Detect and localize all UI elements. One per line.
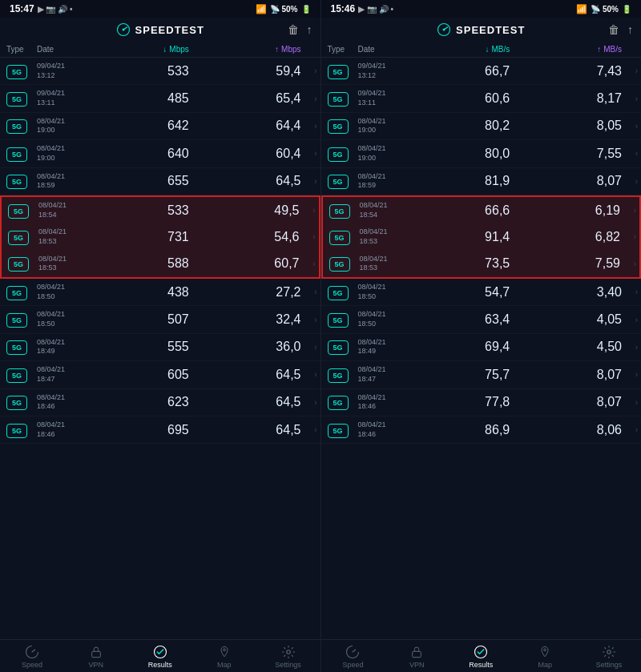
table-row[interactable]: 5G 08/04/2118:59 655 64,5 › — [0, 168, 320, 195]
cell-date: 08/04/2118:46 — [358, 393, 406, 412]
nav-label: Map — [538, 661, 552, 669]
cell-dl: 555 — [85, 340, 197, 354]
cell-dl: 507 — [85, 312, 197, 327]
table-row[interactable]: 5G 08/04/2118:59 81,9 8,07 › — [321, 168, 642, 195]
table-row[interactable]: 5G 08/04/2119:00 640 60,4 › — [0, 140, 320, 167]
cell-ul: 64,5 — [197, 368, 314, 382]
row-chevron-icon: › — [314, 343, 316, 352]
cell-type: 5G — [329, 229, 360, 245]
cell-ul: 54,6 — [197, 230, 312, 244]
table-row[interactable]: 5G 08/04/2118:46 86,9 8,06 › — [321, 416, 642, 444]
table-row[interactable]: 5G 08/04/2118:50 63,4 4,05 › — [321, 306, 642, 333]
cell-type: 5G — [6, 312, 37, 328]
5g-badge: 5G — [328, 340, 349, 355]
5g-badge: 5G — [8, 231, 29, 245]
table-row[interactable]: 5G 08/04/2119:00 80,2 8,05 › — [321, 113, 642, 140]
nav-item-vpn[interactable]: VPN — [385, 640, 449, 672]
header-actions: 🗑 ↑ — [608, 23, 633, 36]
row-chevron-icon: › — [314, 398, 316, 407]
5g-badge: 5G — [6, 424, 27, 438]
cell-dl: 77,8 — [406, 395, 518, 409]
table-row[interactable]: 5G 08/04/2118:46 695 64,5 › — [0, 416, 320, 444]
nav-item-speed[interactable]: Speed — [321, 640, 385, 672]
table-row[interactable]: 5G 08/04/2118:46 623 64,5 › — [0, 389, 320, 416]
row-chevron-icon: › — [314, 149, 316, 158]
cell-ul: 7,55 — [518, 147, 635, 161]
results-list: 5G 09/04/2113:12 533 59,4 › 5G 09/04/211… — [0, 58, 320, 639]
nav-item-map[interactable]: Map — [513, 640, 577, 672]
nav-item-vpn[interactable]: VPN — [64, 640, 128, 672]
cell-ul: 6,19 — [518, 203, 633, 218]
5g-badge: 5G — [6, 65, 27, 79]
table-row[interactable]: 5G 08/04/2118:50 54,7 3,40 › — [321, 279, 642, 306]
cell-date: 08/04/2118:54 — [360, 201, 408, 219]
table-row[interactable]: 5G 08/04/2118:47 75,7 8,07 › — [321, 361, 642, 388]
cell-ul: 8,17 — [518, 91, 635, 106]
table-row[interactable]: 5G 08/04/2119:00 642 64,4 › — [0, 113, 320, 140]
nav-item-settings[interactable]: Settings — [577, 640, 641, 672]
nav-item-settings[interactable]: Settings — [256, 640, 320, 672]
delete-icon[interactable]: 🗑 — [608, 23, 619, 36]
cell-date: 09/04/2113:11 — [37, 89, 85, 107]
dl-col-header: ↓ Mbps — [85, 45, 197, 54]
table-row[interactable]: 5G 09/04/2113:12 66,7 7,43 › — [321, 58, 642, 85]
cell-date: 08/04/2118:59 — [37, 172, 85, 191]
dl-arrow-icon: ↓ — [163, 45, 167, 54]
dl-arrow-icon: ↓ — [485, 45, 489, 54]
cell-ul: 36,0 — [197, 340, 314, 354]
row-chevron-icon: › — [635, 122, 638, 131]
table-row[interactable]: 5G 08/04/2118:47 605 64,5 › — [0, 361, 320, 388]
row-chevron-icon: › — [314, 316, 316, 324]
table-row[interactable]: 5G 09/04/2113:11 60,6 8,17 › — [321, 85, 642, 112]
cell-dl: 438 — [85, 285, 197, 300]
table-row[interactable]: 5G 08/04/2118:46 77,8 8,07 › — [321, 389, 642, 416]
speed-icon — [25, 645, 39, 659]
table-row[interactable]: 5G 08/04/2118:53 731 54,6 › — [0, 223, 320, 250]
cell-type: 5G — [329, 203, 360, 219]
battery-icon: 🔋 — [301, 5, 311, 14]
table-row[interactable]: 5G 08/04/2119:00 80,0 7,55 › — [321, 140, 642, 167]
cell-type: 5G — [328, 91, 358, 107]
table-row[interactable]: 5G 08/04/2118:53 73,5 7,59 › — [321, 251, 642, 279]
signal-icon: 📡 50% — [591, 5, 619, 14]
share-icon[interactable]: ↑ — [307, 23, 312, 36]
cell-dl: 623 — [85, 395, 197, 409]
cell-ul: 60,7 — [197, 256, 312, 271]
table-row[interactable]: 5G 08/04/2118:50 438 27,2 › — [0, 279, 320, 306]
cell-dl: 86,9 — [406, 423, 518, 437]
cell-date: 08/04/2118:50 — [37, 310, 85, 328]
cell-date: 09/04/2113:11 — [358, 89, 406, 107]
table-row[interactable]: 5G 08/04/2118:50 507 32,4 › — [0, 306, 320, 333]
share-icon[interactable]: ↑ — [627, 23, 633, 36]
cell-date: 08/04/2118:50 — [358, 310, 406, 328]
table-row[interactable]: 5G 09/04/2113:11 485 65,4 › — [0, 85, 320, 112]
cell-ul: 6,82 — [518, 230, 633, 244]
cell-dl: 75,7 — [406, 368, 518, 382]
cell-type: 5G — [6, 118, 37, 134]
table-row[interactable]: 5G 08/04/2118:49 555 36,0 › — [0, 334, 320, 361]
cell-dl: 66,7 — [406, 64, 518, 78]
nav-item-speed[interactable]: Speed — [0, 640, 64, 672]
settings-gear-icon — [602, 645, 616, 659]
status-bar: 15:46 ▶ 📷 🔊 • 📶 📡 50% 🔋 — [321, 0, 642, 18]
delete-icon[interactable]: 🗑 — [288, 23, 299, 36]
nav-item-results[interactable]: Results — [128, 640, 192, 672]
5g-badge: 5G — [6, 286, 27, 300]
table-row[interactable]: 5G 08/04/2118:53 91,4 6,82 › — [321, 223, 642, 250]
nav-item-results[interactable]: Results — [449, 640, 513, 672]
table-row[interactable]: 5G 08/04/2118:54 533 49,5 › — [0, 195, 320, 223]
app-title-text: SPEEDTEST — [135, 24, 204, 36]
cell-dl: 66,6 — [408, 203, 518, 218]
dl-col-header: ↓ MB/s — [406, 45, 518, 54]
cell-dl: 80,0 — [406, 147, 518, 161]
table-row[interactable]: 5G 08/04/2118:49 69,4 4,50 › — [321, 334, 642, 361]
table-row[interactable]: 5G 09/04/2113:12 533 59,4 › — [0, 58, 320, 85]
row-chevron-icon: › — [314, 370, 316, 379]
cell-type: 5G — [328, 339, 358, 355]
speedtest-logo-icon — [116, 22, 131, 37]
table-row[interactable]: 5G 08/04/2118:54 66,6 6,19 › — [321, 195, 642, 223]
nav-item-map[interactable]: Map — [192, 640, 256, 672]
cell-ul: 32,4 — [197, 312, 314, 327]
table-row[interactable]: 5G 08/04/2118:53 588 60,7 › — [0, 251, 320, 279]
cell-ul: 8,07 — [518, 395, 635, 409]
